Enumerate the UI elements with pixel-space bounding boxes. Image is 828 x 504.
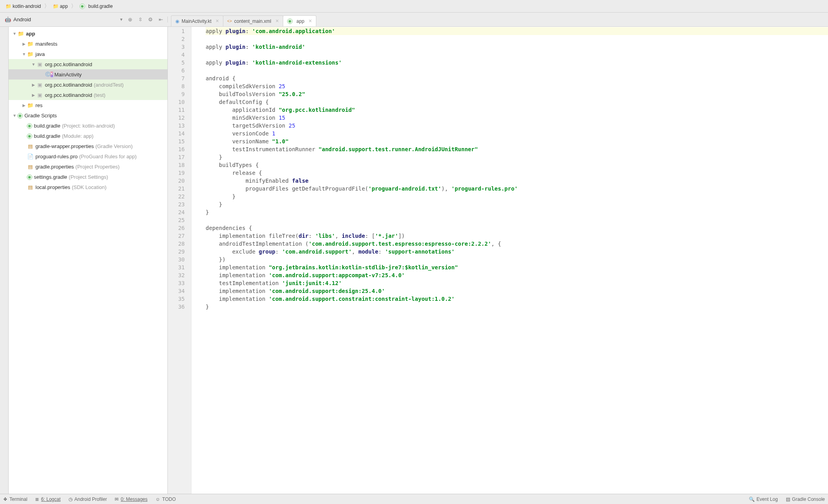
code-line[interactable]: } [206, 303, 828, 311]
tree-item-hint: (Gradle Version) [95, 143, 133, 149]
line-number: 10 [168, 98, 185, 106]
line-number: 22 [168, 193, 185, 200]
tree-twist-icon[interactable] [21, 103, 27, 107]
code-line[interactable]: implementation 'com.android.support:appc… [206, 271, 828, 279]
code-line[interactable]: } [206, 208, 828, 216]
project-view-selector[interactable]: 🤖 Android ▼ [3, 17, 126, 22]
code-line[interactable]: dependencies { [206, 224, 828, 232]
editor-tab[interactable]: ◉app✕ [283, 15, 316, 26]
collapse-icon[interactable]: ⇳ [137, 17, 144, 22]
tree-item[interactable]: 📁app [9, 28, 167, 39]
code-line[interactable] [206, 216, 828, 224]
code-line[interactable]: } [206, 153, 828, 161]
tree-twist-icon[interactable] [12, 113, 17, 118]
tree-item[interactable]: ◉settings.gradle(Project Settings) [9, 172, 167, 182]
package-icon: ▣ [36, 61, 43, 68]
messages-button[interactable]: ✉0: Messages [115, 497, 147, 502]
code-line[interactable]: exclude group: 'com.android.support', mo… [206, 248, 828, 256]
tree-item[interactable]: Ⓒ KMainActivity [9, 69, 167, 80]
code-line[interactable]: android { [206, 74, 828, 82]
editor-tab[interactable]: <>content_main.xml✕ [223, 15, 283, 26]
crumb-project[interactable]: 📁 kotlin-android [3, 3, 43, 10]
code-line[interactable] [206, 35, 828, 43]
tab-label: app [297, 19, 304, 24]
code-line[interactable]: versionCode 1 [206, 130, 828, 137]
code-line[interactable]: testInstrumentationRunner "android.suppo… [206, 145, 828, 153]
code-line[interactable]: buildTypes { [206, 161, 828, 169]
code-line[interactable]: } [206, 193, 828, 200]
project-tree[interactable]: 📁app📁manifests📁java▣org.pcc.kotlinandroi… [9, 27, 168, 494]
code-line[interactable]: applicationId "org.pcc.kotlinandroid" [206, 106, 828, 114]
tree-item-label: gradle.properties [35, 164, 74, 170]
tree-twist-icon[interactable] [21, 52, 27, 56]
profiler-button[interactable]: ◷Android Profiler [69, 497, 107, 502]
android-icon: 🤖 [5, 17, 11, 22]
tree-item[interactable]: ◉build.gradle(Project: kotlin-android) [9, 120, 167, 131]
code-line[interactable]: apply plugin: 'kotlin-android-extensions… [206, 59, 828, 67]
tree-twist-icon[interactable] [21, 42, 27, 46]
tree-twist-icon[interactable] [12, 32, 17, 36]
code-line[interactable] [206, 67, 828, 74]
code-line[interactable]: apply plugin: 'kotlin-android' [206, 43, 828, 51]
tree-twist-icon[interactable] [31, 62, 36, 67]
code-line[interactable]: minifyEnabled false [206, 177, 828, 185]
code-line[interactable]: apply plugin: 'com.android.application' [206, 27, 828, 35]
code-line[interactable]: proguardFiles getDefaultProguardFile('pr… [206, 185, 828, 193]
code-line[interactable]: implementation "org.jetbrains.kotlin:kot… [206, 263, 828, 271]
tree-item-label: MainActivity [54, 72, 82, 78]
properties-icon: ▤ [27, 183, 34, 191]
terminal-button[interactable]: ❖Terminal [3, 497, 27, 502]
close-icon[interactable]: ✕ [275, 19, 279, 24]
editor-tab[interactable]: ◉MainActivity.kt✕ [171, 15, 223, 26]
code-line[interactable] [206, 51, 828, 59]
code-line[interactable]: implementation 'com.android.support:desi… [206, 287, 828, 295]
tree-item[interactable]: ◉build.gradle(Module: app) [9, 131, 167, 141]
tree-item[interactable]: ▣org.pcc.kotlinandroid [9, 59, 167, 69]
tree-item[interactable]: ▤gradle-wrapper.properties(Gradle Versio… [9, 141, 167, 151]
code-line[interactable]: androidTestImplementation ('com.android.… [206, 240, 828, 248]
code-line[interactable]: testImplementation 'junit:junit:4.12' [206, 279, 828, 287]
code-editor[interactable]: 1234567891011121314151617181920212223242… [168, 27, 828, 494]
todo-button[interactable]: ☺TODO [156, 497, 176, 502]
gradle-console-button[interactable]: ▤Gradle Console [786, 497, 825, 502]
code-line[interactable]: implementation 'com.android.support.cons… [206, 295, 828, 303]
left-rail[interactable] [0, 27, 9, 494]
code-line[interactable]: }) [206, 256, 828, 263]
code-line[interactable]: defaultConfig { [206, 98, 828, 106]
code-line[interactable]: targetSdkVersion 25 [206, 122, 828, 130]
target-icon[interactable]: ⊕ [126, 17, 134, 22]
tree-item-label: proguard-rules.pro [35, 154, 78, 159]
tree-item[interactable]: 📄proguard-rules.pro(ProGuard Rules for a… [9, 151, 167, 161]
code-line[interactable]: versionName "1.0" [206, 137, 828, 145]
close-icon[interactable]: ✕ [215, 19, 219, 24]
code-line[interactable]: minSdkVersion 15 [206, 114, 828, 122]
tree-item[interactable]: 📁res [9, 100, 167, 110]
line-number: 30 [168, 256, 185, 263]
code-line[interactable]: implementation fileTree(dir: 'libs', inc… [206, 232, 828, 240]
close-icon[interactable]: ✕ [308, 19, 312, 24]
tree-item[interactable]: ▣org.pcc.kotlinandroid(test) [9, 90, 167, 100]
tree-twist-icon[interactable] [31, 83, 36, 87]
code-line[interactable]: buildToolsVersion "25.0.2" [206, 90, 828, 98]
tree-item[interactable]: ▤gradle.properties(Project Properties) [9, 161, 167, 172]
code-line[interactable]: } [206, 200, 828, 208]
code-line[interactable]: compileSdkVersion 25 [206, 82, 828, 90]
package-icon: ▣ [36, 81, 43, 88]
code-line[interactable]: release { [206, 169, 828, 177]
eventlog-button[interactable]: 🔍Event Log [749, 497, 778, 502]
tree-item-hint: (Project Settings) [69, 174, 108, 180]
logcat-button[interactable]: ≣6: Logcat [35, 497, 60, 502]
tree-item[interactable]: ▤local.properties(SDK Location) [9, 182, 167, 192]
gradle-icon: ◉ [27, 174, 32, 180]
crumb-file[interactable]: ◉ build.gradle [77, 3, 115, 10]
tree-item[interactable]: ▣org.pcc.kotlinandroid(androidTest) [9, 80, 167, 90]
tree-item[interactable]: ◉Gradle Scripts [9, 110, 167, 120]
tree-item[interactable]: 📁java [9, 49, 167, 59]
tree-item[interactable]: 📁manifests [9, 39, 167, 49]
tree-twist-icon[interactable] [31, 93, 36, 97]
crumb-module[interactable]: 📁 app [50, 3, 70, 10]
gear-icon[interactable]: ⚙ [147, 17, 154, 22]
code-area[interactable]: apply plugin: 'com.android.application'a… [191, 27, 828, 494]
properties-icon: ▤ [27, 163, 34, 170]
hide-icon[interactable]: ⇤ [157, 17, 164, 22]
